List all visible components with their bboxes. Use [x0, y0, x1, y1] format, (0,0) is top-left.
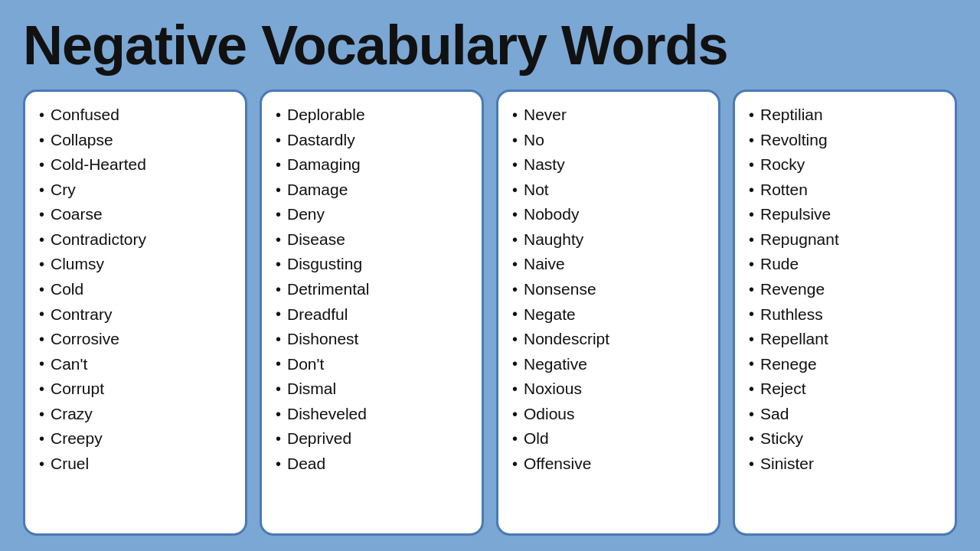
list-item: Confused: [39, 103, 236, 128]
list-item: Coarse: [39, 202, 236, 227]
list-item: Contradictory: [39, 227, 236, 253]
list-item: Repugnant: [749, 227, 946, 253]
list-item: Clumsy: [39, 252, 236, 277]
list-item: Negate: [512, 302, 709, 328]
list-item: Damaging: [276, 152, 472, 178]
word-list-3: NeverNoNastyNotNobodyNaughtyNaiveNonsens…: [512, 103, 709, 476]
list-item: Dishonest: [276, 327, 472, 352]
list-item: Repellant: [749, 327, 946, 352]
list-item: Noxious: [512, 377, 709, 402]
list-item: Dead: [276, 452, 472, 477]
page-container: Negative Vocabulary Words ConfusedCollap…: [0, 0, 980, 551]
list-item: Detrimental: [276, 277, 472, 302]
list-item: Disheveled: [276, 402, 472, 427]
list-item: Deprived: [276, 426, 472, 452]
list-item: Renege: [749, 352, 946, 377]
list-item: Never: [512, 103, 709, 128]
page-title: Negative Vocabulary Words: [23, 15, 957, 76]
list-item: Repulsive: [749, 202, 946, 227]
list-item: Rotten: [749, 178, 946, 203]
list-item: Offensive: [512, 452, 709, 477]
list-item: Dastardly: [276, 128, 472, 153]
list-item: Dreadful: [276, 302, 472, 328]
word-list-1: ConfusedCollapseCold-HeartedCryCoarseCon…: [39, 103, 236, 476]
list-item: Nasty: [512, 152, 709, 178]
list-item: Creepy: [39, 426, 236, 452]
word-list-4: ReptilianRevoltingRockyRottenRepulsiveRe…: [749, 103, 946, 476]
list-item: Odious: [512, 402, 709, 427]
list-item: Naive: [512, 252, 709, 277]
list-item: Corrosive: [39, 327, 236, 352]
word-card-1: ConfusedCollapseCold-HeartedCryCoarseCon…: [23, 90, 247, 536]
list-item: Disgusting: [276, 252, 472, 277]
list-item: Nondescript: [512, 327, 709, 352]
list-item: Old: [512, 426, 709, 452]
list-item: Reptilian: [749, 103, 946, 128]
word-card-4: ReptilianRevoltingRockyRottenRepulsiveRe…: [733, 90, 957, 536]
list-item: Not: [512, 178, 709, 203]
list-item: Deplorable: [276, 103, 472, 128]
list-item: Cruel: [39, 452, 236, 477]
list-item: Damage: [276, 178, 472, 203]
list-item: Sad: [749, 402, 946, 427]
list-item: Collapse: [39, 128, 236, 153]
list-item: Nonsense: [512, 277, 709, 302]
list-item: Naughty: [512, 227, 709, 253]
list-item: Crazy: [39, 402, 236, 427]
list-item: Reject: [749, 377, 946, 402]
word-card-2: DeplorableDastardlyDamagingDamageDenyDis…: [260, 90, 484, 536]
list-item: Deny: [276, 202, 472, 227]
list-item: Revolting: [749, 128, 946, 153]
list-item: Dismal: [276, 377, 472, 402]
list-item: Cry: [39, 178, 236, 203]
columns-container: ConfusedCollapseCold-HeartedCryCoarseCon…: [23, 90, 957, 536]
word-list-2: DeplorableDastardlyDamagingDamageDenyDis…: [276, 103, 472, 476]
list-item: Cold-Hearted: [39, 152, 236, 178]
list-item: Rude: [749, 252, 946, 277]
list-item: Can't: [39, 352, 236, 377]
list-item: Disease: [276, 227, 472, 253]
list-item: Nobody: [512, 202, 709, 227]
list-item: Contrary: [39, 302, 236, 328]
list-item: Sticky: [749, 426, 946, 452]
list-item: Revenge: [749, 277, 946, 302]
list-item: No: [512, 128, 709, 153]
list-item: Corrupt: [39, 377, 236, 402]
list-item: Rocky: [749, 152, 946, 178]
word-card-3: NeverNoNastyNotNobodyNaughtyNaiveNonsens…: [496, 90, 720, 536]
list-item: Sinister: [749, 452, 946, 477]
list-item: Don't: [276, 352, 472, 377]
list-item: Cold: [39, 277, 236, 302]
list-item: Negative: [512, 352, 709, 377]
list-item: Ruthless: [749, 302, 946, 328]
